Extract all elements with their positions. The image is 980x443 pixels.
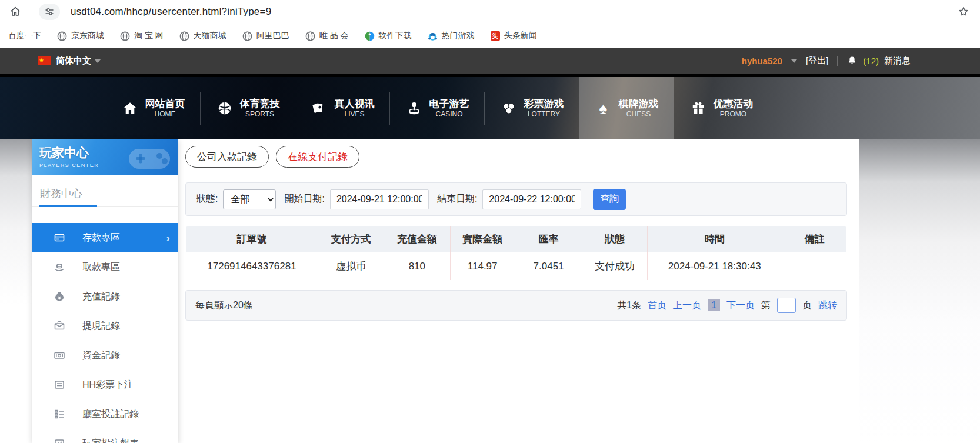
nav-subtitle: CASINO <box>435 110 462 119</box>
end-date-input[interactable] <box>482 189 581 209</box>
sidebar-item-label: 玩家投注報表 <box>82 438 139 443</box>
total-count: 共1条 <box>617 299 641 312</box>
bookmark-label: 阿里巴巴 <box>256 31 289 41</box>
first-page-link[interactable]: 首页 <box>648 299 666 312</box>
start-date-input[interactable] <box>330 189 429 209</box>
china-flag-icon: ★ <box>38 56 51 65</box>
sidebar-item-withdraw[interactable]: 取款專區 <box>32 252 178 282</box>
sidebar-item-hh-lottery-bet[interactable]: HH彩票下注 <box>32 370 178 399</box>
gift-icon <box>690 100 706 116</box>
status-select[interactable]: 全部 <box>223 189 276 209</box>
site-info-icon <box>45 7 54 16</box>
cell-exchange-rate: 7.0451 <box>515 252 582 281</box>
bookmark-baidu[interactable]: 百度一下 <box>8 31 41 41</box>
gamepad-icon <box>123 144 175 175</box>
filter-bar: 狀態: 全部 開始日期: 結束日期: 查詢 <box>185 182 847 216</box>
main-panel: 公司入款記錄 在線支付記錄 狀態: 全部 開始日期: 結束日期: 查詢 <box>185 139 847 321</box>
sidebar-item-label: 充值記錄 <box>82 291 120 303</box>
nav-item-chess[interactable]: ♠ 棋牌游戏CHESS <box>579 77 674 139</box>
bookmark-star-icon[interactable] <box>956 5 971 19</box>
page-size-label: 每頁顯示20條 <box>195 299 253 312</box>
nav-title: 电子游艺 <box>429 98 469 110</box>
payment-records-table: 訂單號 支付方式 充值金額 實際金額 匯率 狀態 時間 備註 172691464… <box>185 225 847 281</box>
end-date-label: 結束日期: <box>437 193 477 205</box>
sidebar-item-label: 廳室投註記錄 <box>82 408 139 421</box>
globe-icon <box>120 31 130 41</box>
nav-item-promo[interactable]: 优惠活动PROMO <box>674 77 769 139</box>
status-label: 狀態: <box>196 193 218 205</box>
nav-subtitle: LOTTERY <box>528 110 560 119</box>
jump-page-input[interactable] <box>777 298 796 313</box>
nav-item-sports[interactable]: 体育竞技SPORTS <box>201 77 295 139</box>
next-page-link[interactable]: 下一页 <box>726 299 755 312</box>
sidebar-item-funds-record[interactable]: 資金記錄 <box>32 341 178 370</box>
sidebar-item-withdraw-record[interactable]: 提現記錄 <box>32 311 178 341</box>
section-underline <box>32 205 178 207</box>
col-actual-amount: 實際金額 <box>450 226 515 252</box>
list-icon <box>53 408 66 421</box>
home-icon[interactable] <box>8 5 22 19</box>
cell-payment-method: 虚拟币 <box>318 252 384 281</box>
globe-icon <box>242 31 252 41</box>
sidebar-item-player-bet-report[interactable]: 玩家投注報表 <box>32 429 178 443</box>
ball-icon <box>216 100 233 116</box>
chevron-down-icon[interactable] <box>791 59 797 63</box>
sidebar-item-recharge-record[interactable]: 充值記錄 <box>32 282 178 311</box>
address-bar[interactable]: usdt04.com/hhcp/usercenter.html?iniType=… <box>71 6 271 18</box>
spade-icon: ♠ <box>595 100 612 116</box>
browser-toolbar: usdt04.com/hhcp/usercenter.html?iniType=… <box>0 0 980 24</box>
logout-button[interactable]: [登出] <box>806 55 828 66</box>
bookmark-vip[interactable]: 唯 品 会 <box>305 31 349 41</box>
bookmark-label: 唯 品 会 <box>319 31 349 41</box>
cell-recharge-amount: 810 <box>384 252 450 281</box>
col-payment-method: 支付方式 <box>318 226 384 252</box>
sidebar-item-hall-bet-record[interactable]: 廳室投註記錄 <box>32 399 178 429</box>
nav-subtitle: LIVES <box>344 110 364 119</box>
bookmark-taobao[interactable]: 淘 宝 网 <box>120 31 164 41</box>
nav-item-lottery[interactable]: 彩票游戏LOTTERY <box>485 77 579 139</box>
nav-item-home[interactable]: 网站首页HOME <box>106 77 201 139</box>
bookmark-alibaba[interactable]: 阿里巴巴 <box>242 31 289 41</box>
nav-item-casino[interactable]: 电子游艺CASINO <box>390 77 485 139</box>
sidebar-item-label: HH彩票下注 <box>82 379 134 391</box>
bookmark-label: 京东商城 <box>71 31 104 41</box>
bookmark-jd[interactable]: 京东商城 <box>57 31 104 41</box>
tab-online-payment-record[interactable]: 在線支付記錄 <box>276 146 359 168</box>
jump-button[interactable]: 跳转 <box>818 299 837 312</box>
pagination-bar: 每頁顯示20條 共1条 首页 上一页 1 下一页 第 页 跳转 <box>185 290 847 321</box>
sidebar-item-label: 取款專區 <box>82 261 120 274</box>
jump-label-post: 页 <box>802 299 812 312</box>
bell-icon[interactable] <box>846 55 858 66</box>
tab-company-deposit-record[interactable]: 公司入款記錄 <box>185 146 269 168</box>
col-remark: 備註 <box>782 226 846 252</box>
nav-item-lives[interactable]: 真人视讯LIVES <box>295 77 390 139</box>
nav-subtitle: CHESS <box>626 110 651 119</box>
jump-label-pre: 第 <box>761 299 771 312</box>
search-button[interactable]: 查詢 <box>593 189 626 210</box>
nav-subtitle: HOME <box>155 110 176 119</box>
language-selector[interactable]: 简体中文 <box>56 55 91 66</box>
cards-icon <box>311 100 328 116</box>
col-exchange-rate: 匯率 <box>515 226 582 252</box>
chevron-right-icon: › <box>166 232 170 244</box>
bookmark-tmall[interactable]: 天猫商城 <box>179 31 226 41</box>
new-messages-link[interactable]: 新消息 <box>884 55 911 66</box>
nav-title: 体育竞技 <box>240 98 280 110</box>
sidebar-item-label: 提現記錄 <box>82 320 120 332</box>
nav-subtitle: PROMO <box>720 110 746 119</box>
site-info-button[interactable] <box>39 4 60 20</box>
chevron-down-icon[interactable] <box>95 59 101 63</box>
bookmark-news[interactable]: 头头条新闻 <box>491 31 537 41</box>
bookmark-games[interactable]: 热门游戏 <box>428 31 475 41</box>
table-header-row: 訂單號 支付方式 充值金額 實際金額 匯率 狀態 時間 備註 <box>186 226 847 252</box>
penguin-icon <box>428 31 438 41</box>
sidebar: 玩家中心 PLAYERS CENTER 財務中心 存款專區 › 取款專區 <box>32 139 178 443</box>
prev-page-link[interactable]: 上一页 <box>673 299 701 312</box>
hand-money-icon <box>53 261 66 274</box>
start-date-label: 開始日期: <box>284 193 324 205</box>
bookmark-software[interactable]: 软件下载 <box>365 31 412 41</box>
cell-time: 2024-09-21 18:30:43 <box>647 252 782 281</box>
message-count[interactable]: (12) <box>863 56 879 66</box>
sidebar-item-deposit[interactable]: 存款專區 › <box>32 223 178 252</box>
username[interactable]: hyhua520 <box>742 56 782 66</box>
